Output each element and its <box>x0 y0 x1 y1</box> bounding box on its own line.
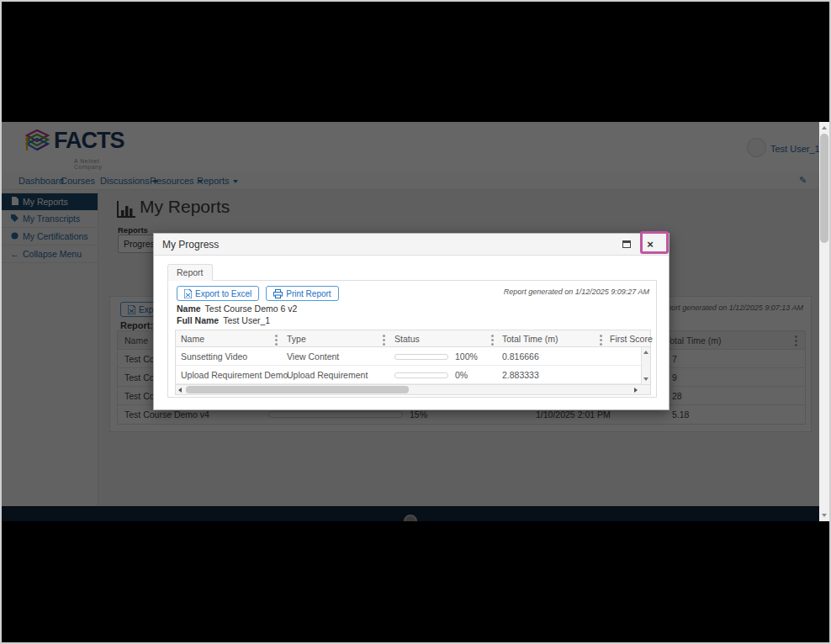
full-name-label: Full Name <box>177 315 219 325</box>
progress-percent: 0% <box>455 366 468 384</box>
scroll-down-icon[interactable] <box>643 377 648 381</box>
scroll-left-icon[interactable] <box>178 388 182 393</box>
browser-viewport: FACTS A Nelnet Company Test User_1 Dashb… <box>2 122 829 521</box>
browser-scrollbar[interactable] <box>819 122 829 521</box>
maximize-button[interactable] <box>620 239 633 251</box>
modal-table-row[interactable]: Upload Requirement Demo Upload Requireme… <box>176 366 643 384</box>
column-menu-icon[interactable] <box>600 339 602 341</box>
modal-table-row[interactable]: Sunsetting Video View Content 100% 0.816… <box>176 347 643 366</box>
column-menu-icon[interactable] <box>275 339 278 341</box>
modal-header[interactable]: My Progress × <box>154 234 669 256</box>
progress-bar <box>394 354 448 360</box>
scroll-up-icon[interactable] <box>822 126 827 129</box>
tab-report[interactable]: Report <box>167 264 213 281</box>
scroll-right-icon[interactable] <box>634 388 638 393</box>
name-label: Name <box>177 304 201 314</box>
modal-progress-table: Name Type Status Total Time (m) First Sc… <box>175 330 651 395</box>
scroll-down-icon[interactable] <box>822 514 827 517</box>
excel-file-icon <box>184 289 192 298</box>
name-value: Test Course Demo 6 v2 <box>205 304 298 314</box>
col-status[interactable]: Status <box>394 330 420 347</box>
table-horizontal-scrollbar[interactable] <box>176 384 650 394</box>
column-menu-icon[interactable] <box>383 339 385 341</box>
col-first-score[interactable]: First Score <box>610 330 653 347</box>
modal-title: My Progress <box>162 239 219 251</box>
modal-table-header-row: Name Type Status Total Time (m) First Sc… <box>176 330 650 347</box>
screenshot-canvas: FACTS A Nelnet Company Test User_1 Dashb… <box>0 0 831 644</box>
close-button-highlight-annotation <box>640 231 669 254</box>
modal-export-to-excel-button[interactable]: Export to Excel <box>177 286 259 301</box>
scroll-up-icon[interactable] <box>643 351 648 354</box>
my-progress-modal: My Progress × Report Export to Excel <box>153 233 670 410</box>
printer-icon <box>273 289 283 298</box>
modal-report-generated-note: Report generated on 1/12/2025 9:09:27 AM <box>504 288 649 296</box>
progress-percent: 100% <box>455 347 478 366</box>
print-report-button[interactable]: Print Report <box>266 286 338 301</box>
scrollbar-thumb[interactable] <box>820 134 828 243</box>
col-total-time[interactable]: Total Time (m) <box>502 330 558 347</box>
col-type[interactable]: Type <box>287 330 306 347</box>
col-name[interactable]: Name <box>181 330 204 347</box>
report-tab-panel: Export to Excel Print Report Report gene… <box>167 280 657 398</box>
column-menu-icon[interactable] <box>491 339 494 341</box>
scrollbar-thumb[interactable] <box>186 386 409 393</box>
full-name-value: Test User_1 <box>223 315 270 325</box>
progress-bar <box>394 372 448 378</box>
maximize-icon <box>622 240 631 248</box>
table-vertical-scrollbar[interactable] <box>641 347 650 384</box>
